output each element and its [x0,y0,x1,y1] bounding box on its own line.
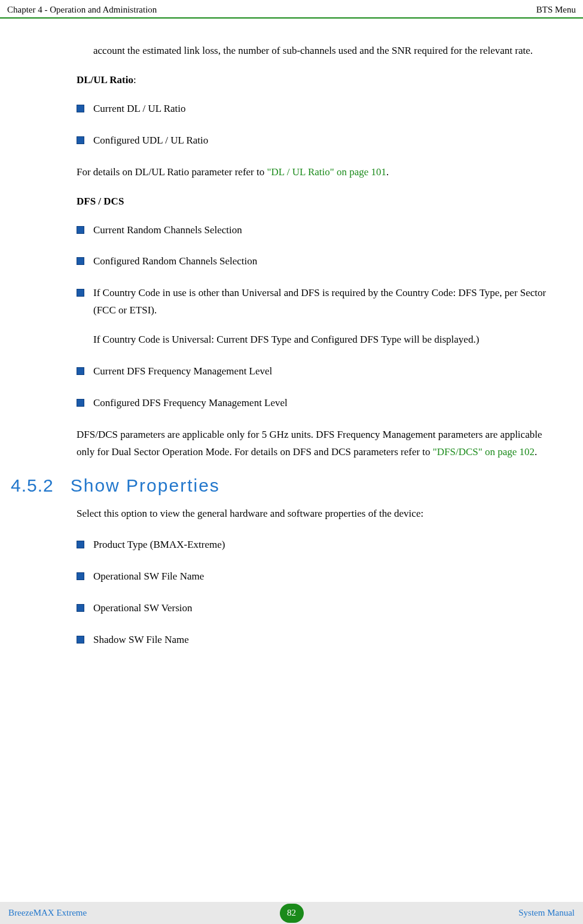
footer-manual: System Manual [518,908,575,918]
footer-product: BreezeMAX Extreme [8,908,87,918]
dfs-list: Current Random Channels Selection Config… [77,222,559,412]
list-item: Operational SW File Name [77,568,559,585]
list-item: Configured UDL / UL Ratio [77,132,559,150]
dfs-detail: DFS/DCS parameters are applicable only f… [77,426,559,461]
list-item: If Country Code in use is other than Uni… [77,285,559,349]
dlul-link[interactable]: "DL / UL Ratio" on page 101 [267,166,386,178]
list-item: Current Random Channels Selection [77,222,559,239]
list-item: Current DL / UL Ratio [77,100,559,118]
dlul-detail: For details on DL/UL Ratio parameter ref… [77,164,559,181]
list-item: Shadow SW File Name [77,632,559,649]
section-intro: Select this option to view the general h… [77,505,559,523]
page-footer: BreezeMAX Extreme 82 System Manual [0,902,583,924]
list-item-subtext: If Country Code is Universal: Current DF… [93,331,559,349]
section-title: Show Properties [71,475,220,496]
page-number-badge: 82 [280,904,304,923]
header-chapter: Chapter 4 - Operation and Administration [7,5,157,15]
dfs-label: DFS / DCS [77,196,559,208]
properties-list: Product Type (BMAX-Extreme) Operational … [77,536,559,649]
header-menu: BTS Menu [536,5,576,15]
content-area: account the estimated link loss, the num… [0,42,583,649]
list-item: Configured DFS Frequency Management Leve… [77,395,559,412]
intro-continuation: account the estimated link loss, the num… [77,42,559,60]
section-heading: 4.5.2 Show Properties [11,475,559,496]
dlul-list: Current DL / UL Ratio Configured UDL / U… [77,100,559,150]
list-item: Configured Random Channels Selection [77,253,559,270]
dfs-link[interactable]: "DFS/DCS" on page 102 [433,446,535,458]
list-item: Product Type (BMAX-Extreme) [77,536,559,554]
section-number: 4.5.2 [11,475,54,496]
list-item: Current DFS Frequency Management Level [77,363,559,380]
dlul-label: DL/UL Ratio: [77,74,559,86]
list-item: Operational SW Version [77,600,559,617]
page-header: Chapter 4 - Operation and Administration… [0,0,583,19]
